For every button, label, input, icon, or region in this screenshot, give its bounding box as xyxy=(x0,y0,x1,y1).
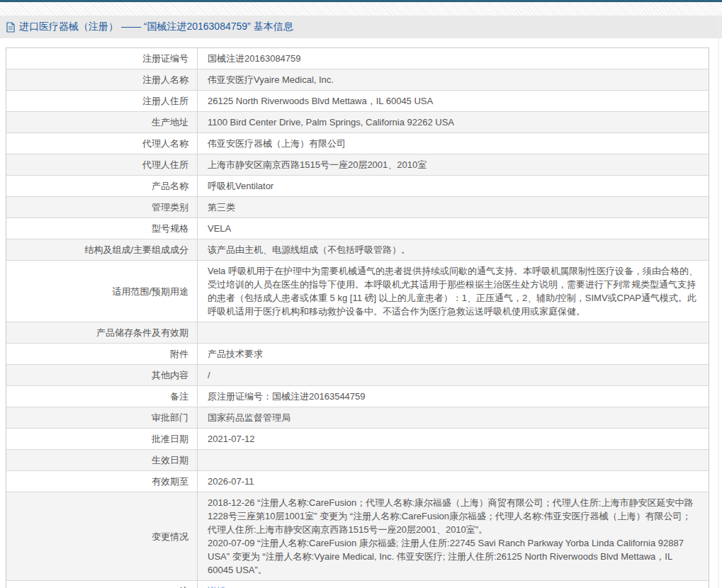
row-value: 国家药品监督管理局 xyxy=(198,407,709,428)
row-value: 2021-07-12 xyxy=(198,429,709,449)
table-row: 型号规格 VELA xyxy=(6,218,709,239)
table-row: 备注 原注册证编号：国械注进20163544759 xyxy=(6,386,709,407)
row-label: 附件 xyxy=(6,344,198,364)
table-row: 生效日期 xyxy=(6,450,709,471)
table-row: 管理类别 第三类 xyxy=(6,197,709,218)
row-label: 型号规格 xyxy=(6,218,198,239)
table-row: 适用范围/预期用途 Vela 呼吸机用于在护理中为需要机械通气的患者提供持续或间… xyxy=(6,261,709,322)
row-value: 该产品由主机、电源线组成（不包括呼吸管路）。 xyxy=(198,239,709,260)
row-value: 2026-07-11 xyxy=(198,471,709,492)
row-label: 批准日期 xyxy=(6,429,198,449)
row-label: 注册人住所 xyxy=(6,91,198,111)
row-label: 代理人住所 xyxy=(6,154,198,175)
row-label: 结构及组成/主要组成成分 xyxy=(6,239,198,260)
table-row: 批准日期 2021-07-12 xyxy=(6,429,709,450)
table-row: 代理人名称 伟亚安医疗器械（上海）有限公司 xyxy=(6,133,709,154)
row-label: 生效日期 xyxy=(6,450,198,470)
row-value xyxy=(198,450,709,470)
row-label: 变更情况 xyxy=(6,492,198,580)
row-label: 审批部门 xyxy=(6,407,198,428)
row-label: 产品名称 xyxy=(6,176,198,196)
table-row: 代理人住所 上海市静安区南京西路1515号一座20层2001、2010室 xyxy=(6,154,709,176)
row-value: 国械注进20163084759 xyxy=(198,48,709,69)
page-title: 进口医疗器械（注册） —— “国械注进20163084759” 基本信息 xyxy=(19,21,293,33)
row-value: 1100 Bird Center Drive, Palm Springs, Ca… xyxy=(198,112,709,132)
table-row: 变更情况 2018-12-26 “注册人名称:CareFusion；代理人名称:… xyxy=(6,492,709,581)
table-row: 注册人住所 26125 North Riverwoods Blvd Mettaw… xyxy=(6,91,709,112)
detail-link[interactable]: 详情 xyxy=(208,584,226,588)
row-label: 生产地址 xyxy=(6,112,198,132)
row-value: / xyxy=(198,365,709,385)
note-row: 注 详情 xyxy=(6,581,709,588)
row-value: 第三类 xyxy=(198,197,709,217)
info-table: 注册证编号 国械注进20163084759 注册人名称 伟亚安医疗Vyaire … xyxy=(6,47,709,588)
table-row: 产品名称 呼吸机Ventilator xyxy=(6,176,709,197)
page: 进口医疗器械（注册） —— “国械注进20163084759” 基本信息 注册证… xyxy=(0,0,722,588)
document-icon xyxy=(6,22,15,33)
row-value: Vela 呼吸机用于在护理中为需要机械通气的患者提供持续或间歇的通气支持。本呼吸… xyxy=(198,261,709,322)
row-label: 其他内容 xyxy=(6,365,198,385)
page-right-edge xyxy=(718,16,719,588)
table-row: 附件 产品技术要求 xyxy=(6,344,709,365)
row-value: 上海市静安区南京西路1515号一座20层2001、2010室 xyxy=(198,154,709,175)
row-label: 注册证编号 xyxy=(6,48,198,69)
row-value: 详情 xyxy=(198,581,709,588)
row-value: 伟亚安医疗器械（上海）有限公司 xyxy=(198,133,709,154)
row-label: 备注 xyxy=(6,386,198,407)
row-value: 原注册证编号：国械注进20163544759 xyxy=(198,386,709,407)
table-row: 其他内容 / xyxy=(6,365,709,386)
table-row: 生产地址 1100 Bird Center Drive, Palm Spring… xyxy=(6,112,709,133)
table-row: 审批部门 国家药品监督管理局 xyxy=(6,407,709,429)
table-row: 注册人名称 伟亚安医疗Vyaire Medical, Inc. xyxy=(6,69,709,91)
row-label: 有效期至 xyxy=(6,471,198,492)
page-header: 进口医疗器械（注册） —— “国械注进20163084759” 基本信息 xyxy=(0,16,722,38)
striped-band xyxy=(0,2,722,16)
row-label: 管理类别 xyxy=(6,197,198,217)
row-value: VELA xyxy=(198,218,709,239)
note-label: 注 xyxy=(179,584,188,588)
row-value: 2018-12-26 “注册人名称:CareFusion；代理人名称:康尔福盛（… xyxy=(198,492,709,580)
table-row: 产品储存条件及有效期 xyxy=(6,322,709,344)
row-value xyxy=(198,322,709,343)
row-label: 产品储存条件及有效期 xyxy=(6,322,198,343)
table-row: 有效期至 2026-07-11 xyxy=(6,471,709,492)
table-row: 注册证编号 国械注进20163084759 xyxy=(6,48,709,69)
row-value: 26125 North Riverwoods Blvd Mettawa，IL 6… xyxy=(198,91,709,111)
row-label: 适用范围/预期用途 xyxy=(6,261,198,322)
table-row: 结构及组成/主要组成成分 该产品由主机、电源线组成（不包括呼吸管路）。 xyxy=(6,239,709,261)
row-label: 注 xyxy=(6,581,198,588)
row-value: 产品技术要求 xyxy=(198,344,709,364)
row-label: 注册人名称 xyxy=(6,69,198,90)
row-label: 代理人名称 xyxy=(6,133,198,154)
row-value: 伟亚安医疗Vyaire Medical, Inc. xyxy=(198,69,709,90)
row-value: 呼吸机Ventilator xyxy=(198,176,709,196)
